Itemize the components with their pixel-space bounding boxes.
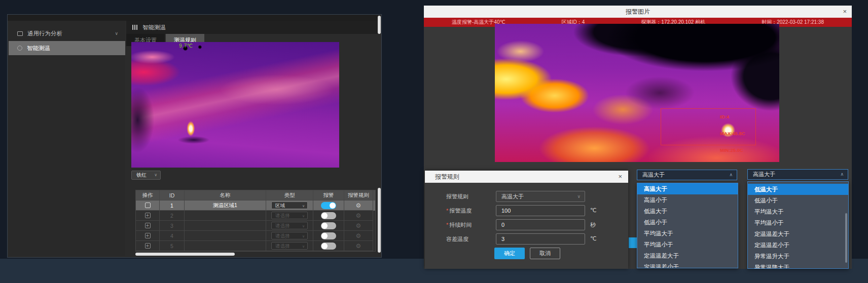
region-op-icon[interactable] [145, 203, 151, 208]
table-row[interactable]: + 2 请选择 ⚙ [136, 211, 375, 221]
table-row[interactable]: + 4 请选择 ⚙ [136, 231, 375, 241]
rule-option[interactable]: 定温温差大于 [748, 228, 848, 239]
alarm-toggle-on[interactable] [321, 202, 336, 209]
rule-dropdown-a-list: 高温大于 高温小于 低温大于 低温小于 平均温大于 平均温小于 定温温差大于 定… [637, 183, 738, 268]
rule-dropdown-a-value: 高温大于 [642, 172, 665, 178]
sidebar-item-behavior-analysis[interactable]: 通用行为分析 ∨ [9, 27, 125, 40]
table-header-row: 操作 ID 名称 类型 报警 报警规则 [136, 190, 375, 200]
rule-option[interactable]: 低温小于 [637, 217, 738, 228]
close-icon[interactable]: × [843, 8, 847, 15]
rule-dropdown-b-select[interactable]: 高温大于 [747, 169, 848, 180]
tolerance-value: 3 [501, 236, 504, 242]
rule-option[interactable]: 高温小于 [637, 194, 738, 206]
alarm-toggle-off[interactable] [321, 232, 336, 239]
cancel-button[interactable]: 取消 [530, 248, 560, 259]
vertical-scrollbar-thumb-top[interactable] [378, 16, 381, 34]
roi-overlay-text: ID:4 MAX:45.8C MIN:25.0C AVG:28.0C [720, 103, 745, 162]
rule-dropdown-b-list: 高温小于 低温大于 低温小于 平均温大于 平均温小于 定温温差大于 定温温差小于… [747, 181, 849, 269]
type-select-disabled[interactable]: 请选择 [271, 212, 308, 219]
main-header: 智能测温 [126, 21, 381, 34]
rule-option[interactable]: 高温大于 [637, 183, 738, 194]
table-row[interactable]: + 5 请选择 ⚙ [136, 241, 375, 251]
type-select-disabled[interactable]: 请选择 [271, 232, 308, 239]
screen: 通用行为分析 ∨ 智能测温 智能测温 基本设置 测温规则 9.7℃ 铁红 操作 [0, 0, 868, 283]
thermometry-icon [17, 46, 22, 51]
row-name: 测温区域1 [185, 200, 266, 211]
add-region-icon[interactable]: + [145, 233, 151, 238]
rule-dropdown-b-value: 高温大于 [753, 171, 775, 177]
alarm-image-dialog-titlebar: 报警图片 × [424, 6, 852, 18]
rule-option[interactable]: 异常温降大于 [748, 262, 848, 269]
rule-option[interactable]: 异常温升大于 [748, 251, 848, 262]
behavior-analysis-icon [17, 31, 23, 36]
palette-select[interactable]: 铁红 [131, 171, 161, 180]
col-header-name: 名称 [185, 190, 266, 200]
rule-option[interactable]: 平均温大于 [748, 206, 848, 217]
type-select-disabled[interactable]: 请选择 [271, 242, 308, 250]
add-region-icon[interactable]: + [145, 243, 151, 249]
ok-button[interactable]: 确定 [494, 248, 525, 259]
rule-dropdown-a-select[interactable]: 高温大于 [637, 170, 737, 180]
row-id: 3 [160, 221, 185, 231]
alarm-temp-input[interactable]: 100 [496, 205, 585, 216]
dialog-title: 报警规则 [435, 173, 459, 181]
rule-option[interactable]: 定温温差大于 [637, 250, 738, 261]
main-header-title: 智能测温 [142, 24, 166, 31]
alarm-rule-gear-icon[interactable]: ⚙ [356, 222, 361, 229]
col-header-alarm-rule: 报警规则 [344, 190, 373, 200]
alarm-toggle-off[interactable] [321, 212, 336, 219]
col-header-type: 类型 [266, 190, 313, 200]
row-name [185, 211, 266, 221]
duration-unit: 秒 [590, 221, 596, 229]
rule-option[interactable]: 平均温大于 [637, 228, 738, 239]
row-id: 1 [160, 200, 185, 211]
dropdown-scrollbar-thumb[interactable] [845, 213, 847, 263]
sidebar-item-smart-thermometry[interactable]: 智能测温 [9, 41, 125, 55]
rule-option[interactable]: 低温小于 [748, 195, 848, 206]
rule-type-select[interactable]: 高温大于 [496, 191, 585, 202]
table-row[interactable]: + 3 请选择 ⚙ [136, 221, 375, 231]
col-header-operation: 操作 [136, 190, 160, 200]
window-top-strip [8, 15, 381, 21]
rule-option[interactable]: 低温大于 [637, 206, 738, 217]
tolerance-input[interactable]: 3 [496, 233, 585, 245]
row-id: 4 [160, 231, 185, 241]
rule-option[interactable]: 低温大于 [748, 184, 848, 195]
col-header-id: ID [160, 190, 185, 200]
type-select[interactable]: 区域 [271, 201, 308, 209]
alarm-temp-unit: ℃ [590, 207, 596, 214]
table-row[interactable]: 1 测温区域1 区域 ⚙ [136, 200, 375, 211]
alarm-toggle-off[interactable] [321, 242, 336, 250]
alarm-rule-gear-icon[interactable]: ⚙ [356, 232, 361, 239]
alarm-thermal-image: ID:4 MAX:45.8C MIN:25.0C AVG:28.0C [495, 24, 779, 162]
alarm-rule-gear-icon[interactable]: ⚙ [356, 202, 361, 209]
duration-input[interactable]: 0 [496, 219, 585, 230]
alarm-toggle-off[interactable] [321, 222, 336, 229]
drag-handle-icon[interactable] [132, 25, 137, 30]
alarm-rule-dialog-titlebar: 报警规则 × [425, 171, 628, 183]
palette-select-value: 铁红 [136, 172, 147, 178]
horizontal-scrollbar-thumb[interactable] [135, 253, 235, 256]
rules-table: 操作 ID 名称 类型 报警 报警规则 1 测温区域1 区域 ⚙ + 2 请选择 [135, 190, 376, 252]
add-region-icon[interactable]: + [145, 223, 151, 228]
row-name [185, 221, 266, 231]
tolerance-unit: ℃ [590, 235, 596, 242]
type-select-disabled[interactable]: 请选择 [271, 222, 308, 229]
vertical-scrollbar-thumb-table[interactable] [378, 188, 381, 253]
alarm-rule-gear-icon[interactable]: ⚙ [356, 242, 361, 250]
field-label-rule: 报警规则 [446, 193, 492, 200]
thermal-preview-image[interactable]: 9.7℃ [131, 42, 339, 168]
smart-thermometry-window: 通用行为分析 ∨ 智能测温 智能测温 基本设置 测温规则 9.7℃ 铁红 操作 [7, 14, 382, 258]
sidebar: 通用行为分析 ∨ 智能测温 [9, 21, 125, 256]
rule-option[interactable]: 平均温小于 [748, 217, 848, 228]
duration-value: 0 [501, 222, 504, 228]
add-region-icon[interactable]: + [145, 213, 151, 218]
close-icon[interactable]: × [618, 173, 622, 180]
row-name [185, 231, 266, 241]
rule-option[interactable]: 定温温差小于 [637, 261, 738, 268]
rule-option[interactable]: 定温温差小于 [748, 239, 848, 251]
alarm-rule-gear-icon[interactable]: ⚙ [356, 212, 361, 219]
alarm-rule-dialog: 报警规则 × 报警规则 高温大于 报警温度 100 ℃ 持续时间 0 秒 容差温… [425, 171, 628, 269]
rule-option[interactable]: 平均温小于 [637, 239, 738, 250]
alarm-temp-value: 100 [501, 208, 511, 214]
